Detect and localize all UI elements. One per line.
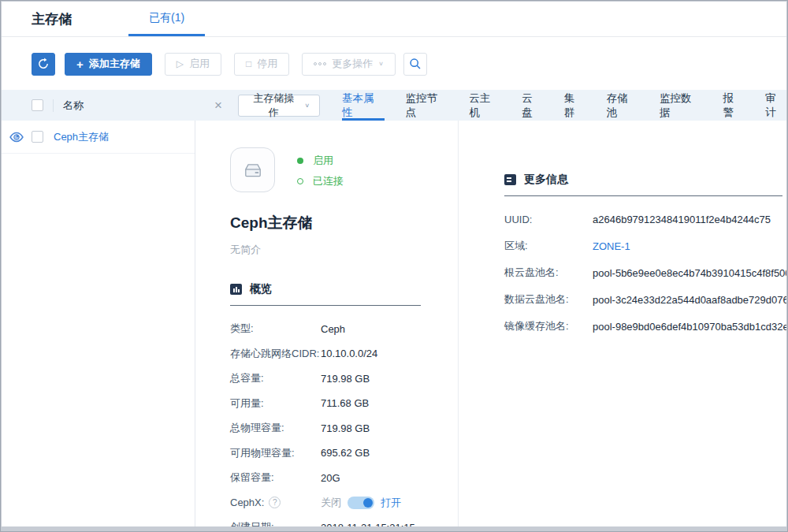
resource-description: 无简介 (230, 243, 458, 257)
field-label: 可用量: (230, 396, 321, 411)
field-value: a2646b97912348419011f2e4b4244c75 (593, 214, 771, 225)
list-header: 名称 (2, 90, 195, 121)
status-dot-icon (297, 158, 303, 164)
field-row-zone: 区域: ZONE-1 (504, 239, 782, 253)
search-button[interactable] (403, 53, 427, 76)
status-connected-label: 已连接 (313, 174, 344, 188)
cephx-label: CephX: (230, 497, 264, 508)
enable-button[interactable]: ▷ 启用 (165, 53, 221, 76)
field-row-available-physical-capacity: 可用物理容量: 695.62 GB (230, 446, 458, 460)
band: 名称 × 主存储操作 ∨ 基本属性 监控节点 云主机 云盘 集群 存储池 监控数… (2, 90, 786, 121)
field-row-total-capacity: 总容量: 719.98 GB (230, 371, 458, 385)
field-value: 719.98 GB (321, 422, 370, 434)
play-icon: ▷ (177, 59, 184, 69)
add-primary-storage-button[interactable]: + 添加主存储 (65, 53, 152, 76)
more-actions-button[interactable]: 更多操作 ∨ (302, 53, 396, 76)
select-all-checkbox[interactable] (32, 99, 43, 111)
refresh-button[interactable] (32, 53, 55, 76)
cephx-toggle[interactable] (348, 497, 374, 509)
tab-storage-pools[interactable]: 存储池 (607, 90, 638, 121)
search-icon (409, 58, 422, 70)
field-row-reserved-capacity: 保留容量: 20G (230, 471, 458, 485)
detail-tabs: 基本属性 监控节点 云主机 云盘 集群 存储池 监控数据 报警 审计 (342, 90, 786, 121)
status-enabled-line: 启用 (297, 151, 344, 171)
field-row-data-pool: 数据云盘池名: pool-3c24e33d22a544d0aaf8adbe729… (504, 292, 782, 307)
name-column-header: 名称 (63, 99, 84, 113)
tab-clusters[interactable]: 集群 (564, 90, 585, 121)
field-value: pool-3c24e33d22a544d0aaf8adbe729d0760 (593, 294, 786, 306)
tab-vm-instances[interactable]: 云主机 (469, 90, 500, 121)
eye-icon (9, 132, 24, 143)
tab-monitor-nodes[interactable]: 监控节点 (406, 90, 448, 121)
field-label: 存储心跳网络CIDR: (230, 347, 321, 361)
help-icon[interactable]: ? (269, 497, 281, 508)
app-content: 主存储 已有(1) + 添加主存储 ▷ 启用 □ 停用 (2, 2, 786, 526)
field-label: 总容量: (230, 371, 321, 385)
cephx-toggle-group: 关闭 打开 (321, 496, 401, 510)
field-value: pool-98e9bd0e6def4b10970ba53db1cd32ec (593, 321, 786, 333)
storage-name-link[interactable]: Ceph主存储 (54, 130, 109, 144)
status-block: 启用 已连接 (297, 147, 344, 192)
field-row-total-physical-capacity: 总物理容量: 719.98 GB (230, 421, 458, 435)
field-row-root-pool: 根云盘池名: pool-5b6e9ee0e8ec4b74b3910415c4f8… (504, 266, 782, 280)
field-value: pool-5b6e9ee0e8ec4b74b3910415c4f8f500 (593, 267, 786, 279)
field-value: 695.62 GB (321, 447, 370, 459)
field-label: 类型: (230, 322, 321, 336)
ellipsis-icon (314, 62, 326, 65)
toggle-knob (363, 498, 373, 508)
field-value: 719.98 GB (321, 373, 370, 385)
field-row-uuid: UUID: a2646b97912348419011f2e4b4244c75 (504, 212, 782, 226)
field-value: 2018-11-21 15:31:15 (321, 522, 415, 527)
more-info-column: 更多信息 UUID: a2646b97912348419011f2e4b4244… (459, 121, 786, 526)
field-label: 总物理容量: (230, 421, 321, 435)
status-connected-line: 已连接 (297, 171, 344, 192)
overview-fields: 类型: Ceph 存储心跳网络CIDR: 10.10.0.0/24 总容量: 7… (230, 322, 458, 526)
add-primary-storage-label: 添加主存储 (89, 57, 140, 71)
overview-heading: 概览 (230, 282, 458, 296)
tab-audit[interactable]: 审计 (765, 90, 786, 121)
page-header: 主存储 已有(1) (2, 2, 786, 37)
stop-icon: □ (246, 59, 251, 69)
tab-volumes[interactable]: 云盘 (522, 90, 543, 121)
field-label: 数据云盘池名: (504, 292, 593, 307)
field-row-heartbeat-cidr: 存储心跳网络CIDR: 10.10.0.0/24 (230, 347, 458, 361)
enable-label: 启用 (189, 57, 210, 71)
overview-column: 启用 已连接 Ceph主存储 无简介 概览 (195, 121, 459, 526)
field-label: 根云盘池名: (504, 266, 593, 280)
field-value: Ceph (321, 323, 345, 335)
chevron-down-icon: ∨ (304, 102, 310, 109)
field-value: 10.10.0.0/24 (321, 348, 377, 359)
field-value: 20G (321, 472, 340, 484)
tab-monitoring-data[interactable]: 监控数据 (660, 90, 702, 121)
disable-button[interactable]: □ 停用 (234, 53, 289, 76)
field-row-type: 类型: Ceph (230, 322, 458, 336)
field-row-cephx: CephX: ? 关闭 打开 (230, 496, 458, 510)
field-label: 保留容量: (230, 471, 321, 485)
tab-existing[interactable]: 已有(1) (128, 2, 205, 36)
more-info-fields: UUID: a2646b97912348419011f2e4b4244c75 区… (504, 212, 782, 333)
tab-existing-label: 已有(1) (149, 11, 184, 25)
status-ring-icon (297, 178, 303, 184)
column-divider (53, 99, 54, 112)
toggle-on-label: 打开 (381, 496, 401, 510)
list-item[interactable]: Ceph主存储 (2, 121, 195, 154)
tab-basic-properties[interactable]: 基本属性 (342, 90, 385, 121)
storage-list-panel: Ceph主存储 (2, 121, 195, 526)
storage-actions-button[interactable]: 主存储操作 ∨ (238, 95, 320, 117)
field-label: 区域: (504, 239, 593, 253)
field-label: 镜像缓存池名: (504, 319, 593, 333)
field-value: 711.68 GB (321, 397, 369, 409)
field-label: 可用物理容量: (230, 446, 321, 460)
chevron-down-icon: ∨ (378, 61, 384, 67)
tab-alerts[interactable]: 报警 (723, 90, 744, 121)
row-checkbox[interactable] (32, 131, 43, 143)
close-icon[interactable]: × (211, 99, 225, 112)
more-info-list-icon (504, 174, 516, 185)
resource-title: Ceph主存储 (230, 213, 458, 233)
status-enabled-label: 启用 (313, 154, 333, 168)
zone-link[interactable]: ZONE-1 (593, 240, 630, 252)
storage-actions-label: 主存储操作 (248, 91, 299, 120)
detail-panel: 启用 已连接 Ceph主存储 无简介 概览 (195, 121, 786, 526)
field-row-available-capacity: 可用量: 711.68 GB (230, 396, 458, 411)
overview-chart-icon (230, 284, 242, 295)
